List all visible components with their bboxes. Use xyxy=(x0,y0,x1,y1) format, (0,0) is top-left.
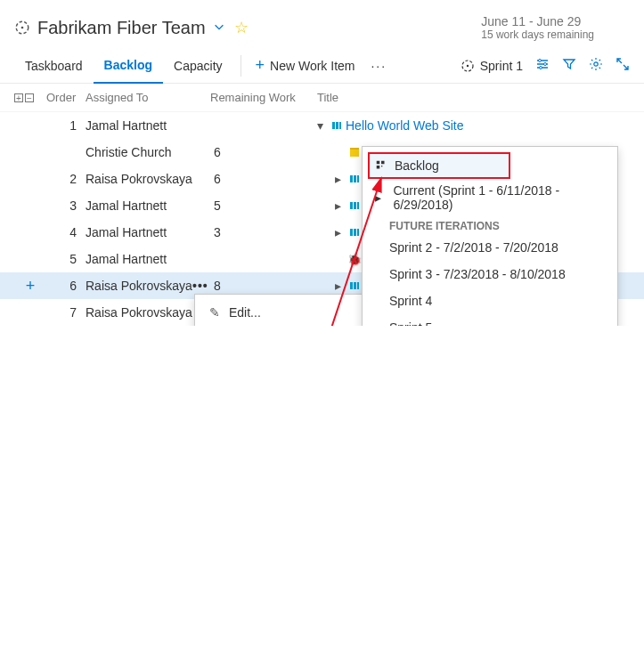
cell-assigned[interactable]: Jamal Hartnett xyxy=(86,225,210,239)
gear-icon[interactable] xyxy=(589,57,603,75)
svg-rect-16 xyxy=(350,202,353,209)
svg-point-1 xyxy=(21,27,24,29)
right-tools: Sprint 1 xyxy=(461,57,630,75)
svg-rect-36 xyxy=(377,161,380,165)
iteration-flyout: Backlog ▸ Current (Sprint 1 - 6/11/2018 … xyxy=(362,146,618,326)
sprint-selector[interactable]: Sprint 1 xyxy=(461,59,523,73)
new-work-item-label: New Work Item xyxy=(270,59,355,73)
cell-assigned[interactable]: Raisa Pokrovskaya xyxy=(86,305,210,320)
cell-order: 6 xyxy=(46,279,86,293)
work-item-type-icon xyxy=(349,174,360,184)
col-title[interactable]: Title xyxy=(317,91,630,104)
svg-rect-24 xyxy=(357,282,359,289)
svg-point-6 xyxy=(540,66,542,69)
tree-toggle-icon[interactable]: ▸ xyxy=(335,279,346,293)
page-header: Fabrikam Fiber Team ☆ June 11 - June 29 … xyxy=(0,0,644,48)
svg-rect-14 xyxy=(354,175,356,182)
column-headers: Order Assigned To Remaining Work Title xyxy=(0,84,644,112)
iter-sprint-3[interactable]: Sprint 3 - 7/23/2018 - 8/10/2018 xyxy=(363,261,617,288)
settings-sliders-icon[interactable] xyxy=(535,57,550,75)
tab-taskboard[interactable]: Taskboard xyxy=(14,48,94,84)
cell-order: 2 xyxy=(46,172,86,186)
iter-sprint-5[interactable]: Sprint 5 xyxy=(363,314,617,326)
chevron-right-icon: ▸ xyxy=(375,190,391,205)
toolbar-overflow[interactable]: ··· xyxy=(362,59,395,73)
new-work-item-button[interactable]: + New Work Item xyxy=(249,56,363,75)
col-assigned[interactable]: Assigned To xyxy=(86,91,210,104)
cell-remaining[interactable]: 6 xyxy=(210,145,317,159)
tab-backlog[interactable]: Backlog xyxy=(94,48,163,84)
tree-toggle-icon[interactable]: ▾ xyxy=(317,118,328,133)
work-item-type-icon xyxy=(349,147,360,158)
row-overflow-icon[interactable]: ••• xyxy=(192,279,208,293)
cell-order: 5 xyxy=(46,252,86,266)
cell-order: 7 xyxy=(46,305,86,320)
plus-icon: + xyxy=(256,56,265,75)
team-name[interactable]: Fabrikam Fiber Team xyxy=(37,18,206,38)
svg-rect-10 xyxy=(339,122,341,129)
svg-rect-21 xyxy=(357,229,359,236)
cell-assigned[interactable]: Raisa Pokrovskaya xyxy=(86,279,210,293)
date-range-block: June 11 - June 29 15 work days remaining xyxy=(481,14,630,41)
date-range: June 11 - June 29 xyxy=(481,14,594,28)
cell-remaining[interactable]: 5 xyxy=(210,198,317,213)
cell-assigned[interactable]: Jamal Hartnett xyxy=(86,118,210,133)
team-icon xyxy=(14,20,30,36)
svg-point-4 xyxy=(539,59,542,61)
cell-assigned[interactable]: Christie Church xyxy=(86,145,210,159)
cell-remaining[interactable]: 8 xyxy=(210,279,317,293)
cell-order: 1 xyxy=(46,118,86,133)
iter-backlog[interactable]: Backlog xyxy=(368,152,510,179)
iter-sprint-4[interactable]: Sprint 4 xyxy=(363,288,617,314)
work-item-row[interactable]: 1Jamal Hartnett▾Hello World Web Site xyxy=(0,112,644,139)
svg-rect-12 xyxy=(350,148,359,150)
cell-remaining[interactable]: 3 xyxy=(210,225,317,239)
row-add-icon[interactable]: + xyxy=(14,277,46,296)
svg-rect-18 xyxy=(357,202,359,209)
col-remaining[interactable]: Remaining Work xyxy=(210,91,317,104)
svg-point-3 xyxy=(467,64,469,66)
tab-capacity[interactable]: Capacity xyxy=(163,48,232,84)
cell-order: 3 xyxy=(46,198,86,213)
svg-point-7 xyxy=(594,61,598,65)
svg-rect-13 xyxy=(350,175,353,182)
team-dropdown-chevron[interactable] xyxy=(213,20,225,36)
work-item-type-icon: 🐞 xyxy=(349,254,360,264)
days-remaining: 15 work days remaining xyxy=(481,28,594,41)
divider xyxy=(240,55,241,77)
svg-rect-20 xyxy=(354,229,356,236)
tree-toggle-icon[interactable]: ▸ xyxy=(335,225,346,239)
svg-rect-37 xyxy=(381,161,385,165)
svg-rect-15 xyxy=(357,175,359,182)
svg-rect-39 xyxy=(381,166,382,166)
work-item-type-icon xyxy=(331,120,342,131)
favorite-star-icon[interactable]: ☆ xyxy=(234,18,249,37)
cell-title[interactable]: ▾Hello World Web Site xyxy=(317,118,630,133)
svg-rect-17 xyxy=(354,202,356,209)
tree-toggle-icon[interactable]: ▸ xyxy=(335,172,346,186)
iter-current[interactable]: ▸ Current (Sprint 1 - 6/11/2018 - 6/29/2… xyxy=(363,184,617,211)
cell-assigned[interactable]: Jamal Hartnett xyxy=(86,198,210,213)
tree-toggle-icon[interactable]: ▸ xyxy=(335,198,346,213)
col-order[interactable]: Order xyxy=(46,91,86,104)
svg-rect-23 xyxy=(354,282,356,289)
fullscreen-icon[interactable] xyxy=(615,57,630,75)
iter-sprint-2[interactable]: Sprint 2 - 7/2/2018 - 7/20/2018 xyxy=(363,234,617,261)
svg-rect-9 xyxy=(336,122,338,129)
svg-rect-19 xyxy=(350,229,353,236)
svg-point-5 xyxy=(544,62,547,65)
work-item-type-icon xyxy=(349,200,360,211)
cell-order: 4 xyxy=(46,225,86,239)
toolbar: Taskboard Backlog Capacity + New Work It… xyxy=(0,48,644,84)
expand-collapse-all[interactable] xyxy=(14,93,46,102)
work-item-title-link[interactable]: Hello World Web Site xyxy=(346,118,464,133)
svg-rect-38 xyxy=(377,166,380,169)
cell-remaining[interactable]: 6 xyxy=(210,172,317,186)
work-item-type-icon xyxy=(349,280,360,291)
cell-assigned[interactable]: Jamal Hartnett xyxy=(86,252,210,266)
iter-future-header: FUTURE ITERATIONS xyxy=(363,211,617,234)
work-item-type-icon xyxy=(349,227,360,238)
filter-icon[interactable] xyxy=(562,57,576,75)
cell-assigned[interactable]: Raisa Pokrovskaya xyxy=(86,172,210,186)
pencil-icon: ✎ xyxy=(206,305,224,320)
